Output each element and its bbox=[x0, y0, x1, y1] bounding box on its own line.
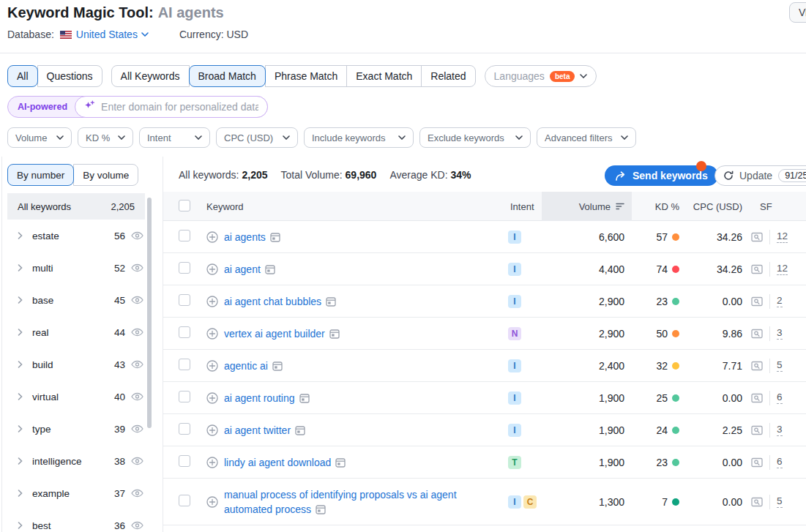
beta-badge: beta bbox=[550, 71, 575, 82]
column-cpc[interactable]: CPC (USD) bbox=[681, 201, 745, 212]
database-selector[interactable]: United States bbox=[76, 29, 149, 40]
keyword-link[interactable]: ai agent routing bbox=[224, 392, 295, 404]
sort-toggle-by-volume[interactable]: By volume bbox=[73, 164, 138, 186]
hide-group-toggle[interactable] bbox=[131, 360, 143, 369]
languages-dropdown[interactable]: Languages beta bbox=[485, 65, 597, 87]
row-checkbox[interactable] bbox=[179, 294, 190, 306]
sf-count[interactable]: 6 bbox=[777, 391, 783, 404]
filter-include-keywords[interactable]: Include keywords bbox=[304, 127, 414, 148]
sf-count[interactable]: 5 bbox=[777, 495, 783, 508]
sidebar-group-multi[interactable]: multi52 bbox=[7, 252, 145, 284]
keyword-link[interactable]: lindy ai agent download bbox=[224, 457, 331, 468]
tab-questions[interactable]: Questions bbox=[37, 65, 102, 87]
serp-preview-button[interactable] bbox=[751, 232, 763, 242]
row-checkbox[interactable] bbox=[179, 423, 190, 435]
add-to-list-button[interactable] bbox=[206, 496, 218, 508]
sidebar-group-best[interactable]: best36 bbox=[7, 509, 145, 532]
tab-related[interactable]: Related bbox=[421, 65, 475, 87]
row-checkbox[interactable] bbox=[179, 230, 190, 241]
hide-group-toggle[interactable] bbox=[131, 457, 143, 465]
add-to-list-button[interactable] bbox=[206, 296, 218, 307]
sf-count[interactable]: 12 bbox=[777, 231, 788, 243]
column-sf[interactable]: SF bbox=[745, 201, 806, 212]
sf-count[interactable]: 3 bbox=[777, 424, 783, 436]
sidebar-group-estate[interactable]: estate56 bbox=[7, 220, 145, 252]
row-checkbox[interactable] bbox=[179, 391, 190, 402]
hide-group-toggle[interactable] bbox=[131, 231, 143, 240]
hide-group-toggle[interactable] bbox=[131, 263, 143, 272]
sidebar-scrollbar[interactable] bbox=[147, 198, 152, 428]
add-to-list-button[interactable] bbox=[206, 328, 218, 340]
filter-kd-[interactable]: KD % bbox=[78, 127, 133, 148]
eye-icon bbox=[131, 231, 143, 240]
keyword-link[interactable]: manual process of identifying proposals … bbox=[224, 489, 457, 515]
add-to-list-button[interactable] bbox=[206, 231, 218, 243]
sort-toggle-by-number[interactable]: By number bbox=[7, 164, 74, 186]
sidebar-group-base[interactable]: base45 bbox=[7, 284, 145, 316]
serp-preview-button[interactable] bbox=[751, 329, 763, 339]
serp-preview-button[interactable] bbox=[751, 425, 763, 435]
add-keyword-icon bbox=[206, 424, 218, 436]
add-to-list-button[interactable] bbox=[206, 360, 218, 372]
tab-all[interactable]: All bbox=[7, 65, 38, 87]
domain-input[interactable] bbox=[101, 101, 258, 113]
add-to-list-button[interactable] bbox=[206, 392, 218, 404]
sparkle-icon bbox=[84, 100, 95, 113]
filter-intent[interactable]: Intent bbox=[139, 127, 210, 148]
column-volume[interactable]: Volume bbox=[542, 192, 632, 221]
hide-group-toggle[interactable] bbox=[131, 296, 143, 304]
filter-cpc-usd-[interactable]: CPC (USD) bbox=[216, 127, 298, 148]
hide-group-toggle[interactable] bbox=[131, 392, 143, 401]
sidebar-group-example[interactable]: example37 bbox=[7, 477, 145, 509]
row-checkbox[interactable] bbox=[179, 262, 190, 274]
sf-count[interactable]: 3 bbox=[777, 327, 783, 340]
keyword-link[interactable]: ai agent twitter bbox=[224, 424, 291, 436]
tab-phrase-match[interactable]: Phrase Match bbox=[265, 65, 347, 87]
serp-preview-button[interactable] bbox=[751, 264, 763, 274]
hide-group-toggle[interactable] bbox=[131, 424, 143, 433]
filter-advanced-filters[interactable]: Advanced filters bbox=[537, 127, 636, 148]
tab-broad-match[interactable]: Broad Match bbox=[189, 65, 266, 87]
keyword-link[interactable]: ai agents bbox=[224, 231, 266, 243]
row-checkbox[interactable] bbox=[179, 455, 190, 467]
all-keywords-group[interactable]: All keywords 2,205 bbox=[7, 193, 145, 220]
sidebar-group-intelligence[interactable]: intelligence38 bbox=[7, 445, 145, 477]
intent-cell: I bbox=[505, 295, 542, 308]
row-checkbox[interactable] bbox=[179, 326, 190, 338]
serp-preview-button[interactable] bbox=[751, 497, 763, 507]
keyword-link[interactable]: vertex ai agent builder bbox=[224, 328, 325, 340]
add-to-list-button[interactable] bbox=[206, 424, 218, 436]
add-to-list-button[interactable] bbox=[206, 457, 218, 468]
keyword-link[interactable]: ai agent bbox=[224, 263, 261, 275]
tab-exact-match[interactable]: Exact Match bbox=[346, 65, 422, 87]
sf-count[interactable]: 5 bbox=[777, 359, 783, 372]
keyword-link[interactable]: agentic ai bbox=[224, 360, 268, 372]
view-history-button[interactable]: Vie bbox=[789, 2, 806, 23]
serp-preview-button[interactable] bbox=[751, 393, 763, 403]
serp-preview-button[interactable] bbox=[751, 457, 763, 468]
serp-preview-button[interactable] bbox=[751, 361, 763, 371]
sidebar-group-type[interactable]: type39 bbox=[7, 413, 145, 445]
row-checkbox[interactable] bbox=[179, 495, 190, 506]
sidebar-group-real[interactable]: real44 bbox=[7, 316, 145, 348]
hide-group-toggle[interactable] bbox=[131, 489, 143, 498]
sidebar-group-virtual[interactable]: virtual40 bbox=[7, 381, 145, 413]
column-keyword[interactable]: Keyword bbox=[204, 201, 505, 212]
sf-count[interactable]: 2 bbox=[777, 295, 783, 307]
sf-count[interactable]: 6 bbox=[777, 456, 783, 468]
tab-all-keywords[interactable]: All Keywords bbox=[111, 65, 190, 87]
add-to-list-button[interactable] bbox=[206, 263, 218, 275]
column-kd[interactable]: KD % bbox=[632, 201, 681, 212]
serp-preview-button[interactable] bbox=[751, 296, 763, 307]
row-checkbox[interactable] bbox=[179, 359, 190, 370]
sf-count[interactable]: 12 bbox=[777, 263, 788, 275]
hide-group-toggle[interactable] bbox=[131, 521, 143, 530]
filter-exclude-keywords[interactable]: Exclude keywords bbox=[419, 127, 531, 148]
update-button[interactable]: Update 91/25 bbox=[714, 165, 806, 186]
select-all-checkbox[interactable] bbox=[179, 200, 190, 211]
hide-group-toggle[interactable] bbox=[131, 328, 143, 337]
column-intent[interactable]: Intent bbox=[505, 201, 542, 212]
sidebar-group-build[interactable]: build43 bbox=[7, 348, 145, 381]
keyword-link[interactable]: ai agent chat bubbles bbox=[224, 296, 321, 307]
filter-volume[interactable]: Volume bbox=[7, 127, 72, 148]
